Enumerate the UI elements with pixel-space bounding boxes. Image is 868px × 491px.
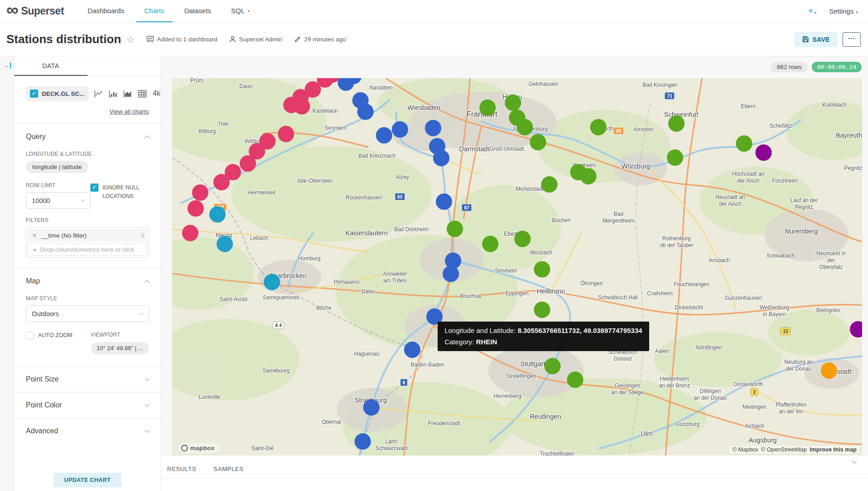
- meta-user[interactable]: Superset Admin: [229, 36, 282, 43]
- section-advanced[interactable]: Advanced: [26, 418, 149, 444]
- map-label: Dillingen an der Donau: [694, 388, 727, 402]
- map-label: Wiesbaden: [408, 104, 441, 112]
- map-point-pink[interactable]: [187, 200, 204, 217]
- osm-attribution-link[interactable]: © OpenStreetMap: [761, 446, 807, 453]
- map-point-green[interactable]: [505, 94, 521, 111]
- nav-item-charts[interactable]: Charts: [136, 0, 173, 22]
- expand-panel-icon[interactable]: →: [3, 62, 11, 69]
- map-point-green[interactable]: [541, 176, 557, 193]
- improve-map-link[interactable]: Improve this map: [810, 446, 857, 453]
- section-map[interactable]: Map: [26, 268, 149, 287]
- map-point-green[interactable]: [530, 134, 546, 150]
- table-icon[interactable]: [138, 90, 147, 98]
- more-actions-button[interactable]: ···: [843, 32, 861, 47]
- map-point-pink[interactable]: [182, 225, 198, 241]
- map-point-pink[interactable]: [213, 174, 230, 190]
- map-point-orange[interactable]: [821, 362, 837, 379]
- map-label: Michelstadt: [516, 186, 543, 193]
- map-point-cyan[interactable]: [209, 206, 226, 223]
- map-point-green[interactable]: [736, 135, 752, 152]
- save-button[interactable]: SAVE: [794, 32, 838, 47]
- map-point-green[interactable]: [534, 302, 550, 318]
- section-point-color[interactable]: Point Color: [26, 392, 149, 418]
- map-label: Schwäbisch Hall: [598, 294, 638, 301]
- map-label: Heilbronn: [537, 287, 565, 295]
- tab-data[interactable]: DATA: [14, 56, 88, 76]
- viewport-value-pill[interactable]: 10° 24' 49.86" | ...: [91, 342, 149, 354]
- meta-pencil[interactable]: 29 minutes ago: [294, 36, 346, 43]
- section-query[interactable]: Query: [26, 124, 149, 143]
- line-chart-icon[interactable]: [94, 90, 103, 98]
- settings-menu[interactable]: Settings▾: [829, 7, 858, 15]
- mapbox-logo[interactable]: mapbox: [178, 443, 219, 453]
- viz-type-selected[interactable]: ✓ DECK.GL SC...: [26, 86, 89, 101]
- map-point-blue[interactable]: [376, 127, 392, 144]
- filter-drop-zone[interactable]: + Drop columns/metrics here or click: [28, 243, 147, 256]
- road-shield: 2: [750, 388, 759, 396]
- map-point-green[interactable]: [567, 372, 583, 388]
- map-point-green[interactable]: [580, 168, 597, 184]
- map-point-pink[interactable]: [278, 126, 294, 142]
- map-tooltip: Longitude and Latitude: 8.30556376651173…: [438, 322, 649, 352]
- auto-zoom-checkbox-row[interactable]: AUTO ZOOM: [26, 331, 91, 340]
- map-point-blue[interactable]: [404, 342, 420, 358]
- ignore-null-checkbox-row[interactable]: ✓ IGNORE NULL LOCATIONS: [90, 184, 149, 200]
- nav-item-sql[interactable]: SQL▾: [223, 0, 258, 22]
- map-label: Neuburg an der Donau: [784, 359, 813, 372]
- deckgl-map-canvas[interactable]: PrümDaunNastättenGelnhausenHanauBad Kiss…: [172, 78, 862, 456]
- map-point-green[interactable]: [517, 119, 533, 135]
- map-point-blue[interactable]: [443, 266, 459, 282]
- map-point-cyan[interactable]: [264, 274, 280, 290]
- map-label: Sarreguemines: [262, 294, 299, 301]
- map-point-blue[interactable]: [425, 120, 441, 136]
- chart-header: Stations distribution ☆ Added to 1 dashb…: [0, 23, 868, 56]
- new-item-button[interactable]: +▾: [808, 6, 816, 16]
- lonlat-value-pill[interactable]: longitude | latitude: [26, 161, 88, 173]
- map-point-purple[interactable]: [755, 144, 772, 161]
- map-point-green[interactable]: [514, 231, 531, 247]
- section-point-size[interactable]: Point Size: [26, 367, 149, 392]
- meta-dashboard[interactable]: Added to 1 dashboard: [147, 36, 217, 43]
- map-point-green[interactable]: [482, 236, 498, 252]
- remove-filter-icon[interactable]: ✕: [28, 232, 41, 239]
- left-rail: →: [0, 56, 14, 491]
- map-point-blue[interactable]: [363, 399, 380, 416]
- map-point-pink[interactable]: [192, 184, 208, 201]
- checkbox-unchecked-icon[interactable]: [26, 332, 34, 340]
- nav-item-datasets[interactable]: Datasets: [176, 0, 219, 22]
- map-point-green[interactable]: [534, 261, 550, 278]
- map-point-green[interactable]: [590, 119, 607, 135]
- update-chart-button[interactable]: UPDATE CHART: [53, 473, 121, 487]
- map-point-green[interactable]: [447, 221, 463, 237]
- map-point-blue[interactable]: [355, 433, 371, 450]
- map-point-blue[interactable]: [436, 193, 452, 210]
- map-point-green[interactable]: [668, 115, 685, 132]
- view-all-charts-link[interactable]: View all charts: [26, 108, 149, 115]
- filter-chip-time[interactable]: ✕ __time (No filter): [28, 229, 147, 242]
- favorite-star-icon[interactable]: ☆: [127, 34, 135, 45]
- map-label: Lahr/ Schwarzwald: [375, 438, 408, 452]
- map-point-green[interactable]: [667, 149, 683, 166]
- superset-logo[interactable]: ∞ Superset: [6, 0, 64, 22]
- area-chart-icon[interactable]: [123, 90, 132, 98]
- checkbox-checked-icon[interactable]: ✓: [90, 184, 99, 192]
- bar-chart-icon[interactable]: [109, 90, 118, 98]
- chart-meta: Added to 1 dashboardSuperset Admin29 min…: [147, 36, 346, 43]
- infinity-logo-icon: ∞: [6, 1, 18, 18]
- map-point-cyan[interactable]: [217, 236, 233, 252]
- map-point-green[interactable]: [544, 358, 561, 374]
- map-point-green[interactable]: [479, 99, 496, 116]
- nav-item-dashboards[interactable]: Dashboards: [79, 0, 133, 22]
- map-point-blue[interactable]: [357, 104, 374, 120]
- map-point-blue[interactable]: [392, 121, 408, 138]
- map-point-pink[interactable]: [294, 98, 310, 114]
- mapbox-attribution-link[interactable]: © Mapbox: [732, 446, 758, 453]
- tab-results[interactable]: RESULTS: [167, 466, 196, 478]
- row-limit-select[interactable]: 10000: [26, 192, 90, 209]
- collapse-pane-icon[interactable]: [853, 458, 856, 466]
- map-point-blue[interactable]: [433, 150, 449, 166]
- tab-samples[interactable]: SAMPLES: [213, 466, 244, 478]
- map-style-select[interactable]: Outdoors: [26, 305, 149, 322]
- map-point-pink[interactable]: [240, 155, 256, 172]
- viz-type-4k[interactable]: 4k: [153, 89, 160, 98]
